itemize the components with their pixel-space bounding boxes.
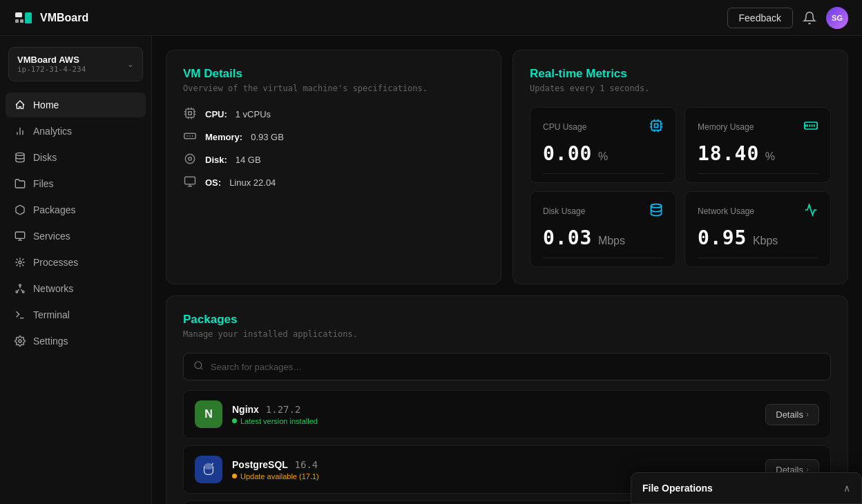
app-body: VMBoard AWS ip-172-31-4-234 ⌄ Home (0, 36, 862, 504)
sidebar-item-files[interactable]: Files (6, 171, 146, 196)
nginx-name: Nginx 1.27.2 (232, 404, 756, 415)
cpu-spec-icon (183, 107, 197, 122)
sidebar-item-processes[interactable]: Processes (6, 250, 146, 275)
vm-details-subtitle: Overview of the virtual machine's specif… (183, 84, 484, 93)
packages-search-input[interactable] (211, 362, 821, 372)
server-info: VMBoard AWS ip-172-31-4-234 (17, 55, 86, 74)
memory-label: Memory: (205, 132, 242, 142)
realtime-subtitle: Updates every 1 seconds. (530, 84, 831, 93)
svg-point-53 (195, 362, 202, 369)
nginx-status-text: Latest version installed (240, 417, 318, 425)
svg-rect-33 (185, 177, 195, 184)
package-nginx: N Nginx 1.27.2 Latest version installed … (183, 390, 831, 438)
svg-point-7 (16, 153, 24, 155)
metric-disk-header: Disk Usage (543, 203, 663, 220)
topbar-right: Feedback SG (727, 7, 848, 29)
packages-title: Packages (183, 313, 831, 327)
file-ops-chevron-up-icon: ∧ (843, 483, 850, 494)
sidebar-item-settings[interactable]: Settings (6, 329, 146, 353)
metric-network-value-row: 0.95 Kbps (698, 226, 818, 249)
metric-disk: Disk Usage 0.03 Mbps (530, 191, 676, 267)
metric-network-label: Network Usage (698, 206, 754, 216)
vm-details-title: VM Details (183, 67, 484, 81)
sidebar-item-services[interactable]: Services (6, 224, 146, 249)
sidebar-item-terminal[interactable]: Terminal (6, 302, 146, 327)
sidebar-item-networks[interactable]: Networks (6, 276, 146, 301)
packages-search-bar[interactable] (183, 353, 831, 380)
sidebar-label-settings: Settings (33, 336, 68, 347)
sidebar: VMBoard AWS ip-172-31-4-234 ⌄ Home (0, 36, 152, 504)
chevron-right-icon: › (806, 409, 809, 419)
packages-icon (14, 204, 26, 216)
metric-disk-label: Disk Usage (543, 206, 585, 216)
cpu-metric-icon (649, 119, 663, 135)
svg-point-12 (19, 284, 21, 287)
server-name: VMBoard AWS (17, 55, 86, 65)
svg-rect-37 (655, 124, 658, 128)
sidebar-item-packages[interactable]: Packages (6, 197, 146, 222)
disk-label: Disk: (205, 155, 227, 165)
spec-cpu: CPU: 1 vCPUs (183, 107, 484, 122)
metric-divider-3 (543, 258, 663, 258)
feedback-button[interactable]: Feedback (727, 8, 793, 28)
postgresql-name: PostgreSQL 16.4 (232, 459, 756, 470)
os-spec-icon (183, 175, 197, 190)
avatar[interactable]: SG (826, 7, 848, 29)
chevron-down-icon: ⌄ (127, 59, 134, 69)
packages-subtitle: Manage your installed applications. (183, 329, 831, 339)
app-title: VMBoard (40, 12, 88, 24)
sidebar-label-services: Services (33, 231, 70, 242)
network-usage-value: 0.95 (698, 226, 747, 249)
top-row: VM Details Overview of the virtual machi… (166, 50, 848, 284)
disk-usage-unit: Mbps (598, 235, 625, 246)
disk-icon (14, 151, 26, 164)
notifications-button[interactable] (803, 11, 816, 25)
metric-cpu-value-row: 0.00 % (543, 142, 663, 165)
sidebar-label-files: Files (33, 178, 54, 189)
file-operations-header[interactable]: File Operations ∧ (631, 473, 861, 503)
sidebar-label-processes: Processes (33, 257, 78, 268)
disk-metric-icon (649, 203, 663, 220)
svg-point-31 (185, 154, 195, 164)
sidebar-label-disks: Disks (33, 152, 57, 163)
sidebar-label-home: Home (33, 99, 59, 110)
files-icon (14, 177, 26, 190)
file-operations-title: File Operations (642, 483, 713, 494)
svg-point-14 (22, 291, 24, 293)
networks-icon (14, 282, 26, 295)
sidebar-item-analytics[interactable]: Analytics (6, 119, 146, 144)
sidebar-item-disks[interactable]: Disks (6, 145, 146, 170)
sidebar-item-home[interactable]: Home (6, 93, 146, 117)
os-label: OS: (205, 177, 221, 188)
os-value: Linux 22.04 (229, 177, 276, 188)
memory-spec-icon (183, 130, 197, 144)
metric-memory: Memory Usage 18.40 (684, 107, 831, 183)
postgresql-status-text: Update available (17.1) (240, 472, 319, 481)
svg-point-16 (19, 340, 21, 342)
server-selector[interactable]: VMBoard AWS ip-172-31-4-234 ⌄ (8, 47, 143, 81)
vm-details-card: VM Details Overview of the virtual machi… (166, 50, 501, 284)
home-icon (14, 99, 26, 111)
spec-memory: Memory: 0.93 GB (183, 130, 484, 144)
metric-cpu-header: CPU Usage (543, 119, 663, 135)
metric-divider (543, 173, 663, 174)
svg-line-56 (212, 463, 213, 465)
nginx-details-button[interactable]: Details › (765, 404, 819, 425)
vmboard-logo (14, 8, 33, 28)
metric-memory-value-row: 18.40 % (698, 142, 818, 165)
topbar-left: VMBoard (14, 8, 88, 28)
metric-memory-header: Memory Usage (698, 119, 818, 135)
svg-rect-3 (25, 12, 32, 23)
spec-disk: Disk: 14 GB (183, 153, 484, 167)
analytics-icon (14, 125, 26, 137)
spec-os: OS: Linux 22.04 (183, 175, 484, 190)
svg-rect-17 (186, 109, 194, 117)
metric-cpu-label: CPU Usage (543, 122, 586, 132)
main-content: VM Details Overview of the virtual machi… (152, 36, 862, 504)
svg-point-52 (651, 204, 662, 208)
server-ip: ip-172-31-4-234 (17, 65, 86, 74)
disk-spec-icon (183, 153, 197, 167)
svg-point-32 (189, 157, 192, 161)
cpu-value: 1 vCPUs (236, 109, 271, 119)
realtime-title: Real-time Metrics (530, 67, 831, 81)
